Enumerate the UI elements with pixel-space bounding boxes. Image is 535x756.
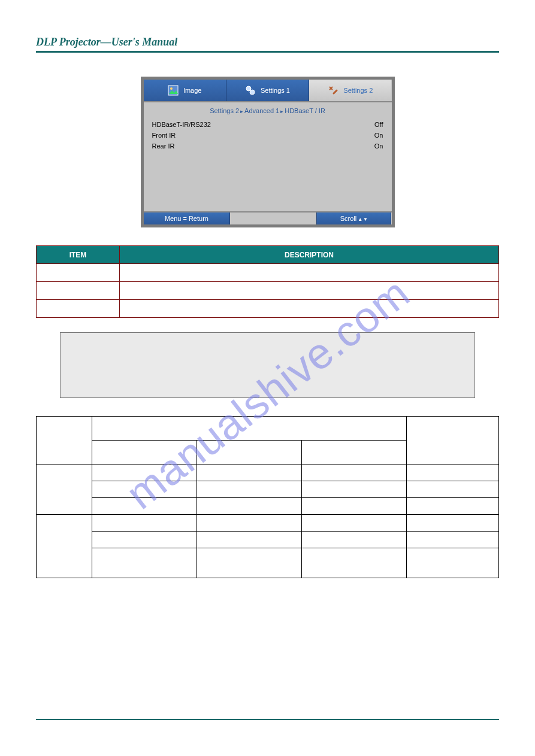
table-row xyxy=(37,548,499,578)
th xyxy=(406,417,498,464)
tab-settings1-label: Settings 1 xyxy=(261,87,290,94)
page-header: DLP Projector—User's Manual xyxy=(36,36,499,51)
th xyxy=(92,441,197,464)
header-rule xyxy=(36,51,499,53)
table-row xyxy=(37,481,499,498)
osd-screenshot: Image Settings 1 Settings 2 Settings 2Ad… xyxy=(141,77,395,227)
osd-scroll[interactable]: Scroll xyxy=(317,212,391,224)
image-icon xyxy=(168,85,179,96)
osd-row-label: Rear IR xyxy=(152,142,175,150)
th xyxy=(92,417,406,441)
gear-icon xyxy=(245,85,256,96)
th-item: ITEM xyxy=(37,246,120,264)
row-group-label xyxy=(37,515,92,578)
tab-image[interactable]: Image xyxy=(144,80,226,101)
osd-footer-gap xyxy=(230,212,317,224)
table-row xyxy=(37,464,499,481)
osd-row-value: On xyxy=(374,142,383,150)
table-row xyxy=(37,515,499,532)
osd-row-hdbaset[interactable]: HDBaseT-IR/RS232 Off xyxy=(152,119,383,130)
th xyxy=(301,441,406,464)
svg-point-2 xyxy=(246,86,251,91)
table-row xyxy=(37,264,499,282)
tab-settings1[interactable]: Settings 1 xyxy=(226,80,309,101)
tab-settings2[interactable]: Settings 2 xyxy=(309,80,391,101)
chevron-up-icon xyxy=(356,215,362,222)
item-description-table: ITEM DESCRIPTION xyxy=(36,245,499,318)
tools-icon xyxy=(328,85,338,96)
table-row xyxy=(37,300,499,318)
row-group-label xyxy=(37,464,92,515)
osd-breadcrumb: Settings 2Advanced 1HDBaseT / IR xyxy=(144,102,392,119)
note-box xyxy=(60,332,475,398)
th xyxy=(197,441,301,464)
footer-rule xyxy=(36,719,499,720)
tab-image-label: Image xyxy=(183,87,202,94)
osd-row-value: On xyxy=(374,132,383,139)
table-row xyxy=(37,532,499,548)
osd-menu-return[interactable]: Menu = Return xyxy=(144,212,231,224)
th-description: DESCRIPTION xyxy=(119,246,498,264)
osd-row-label: Front IR xyxy=(152,132,176,139)
osd-row-rear-ir[interactable]: Rear IR On xyxy=(152,141,383,151)
table-row xyxy=(37,282,499,300)
osd-row-label: HDBaseT-IR/RS232 xyxy=(152,121,211,128)
chevron-down-icon xyxy=(362,215,368,222)
table-row xyxy=(37,498,499,515)
svg-point-3 xyxy=(250,90,255,95)
osd-row-value: Off xyxy=(374,121,383,128)
th xyxy=(37,417,92,464)
tab-settings2-label: Settings 2 xyxy=(343,87,373,94)
osd-row-front-ir[interactable]: Front IR On xyxy=(152,130,383,141)
svg-point-1 xyxy=(170,87,173,90)
function-matrix-table xyxy=(36,416,499,578)
